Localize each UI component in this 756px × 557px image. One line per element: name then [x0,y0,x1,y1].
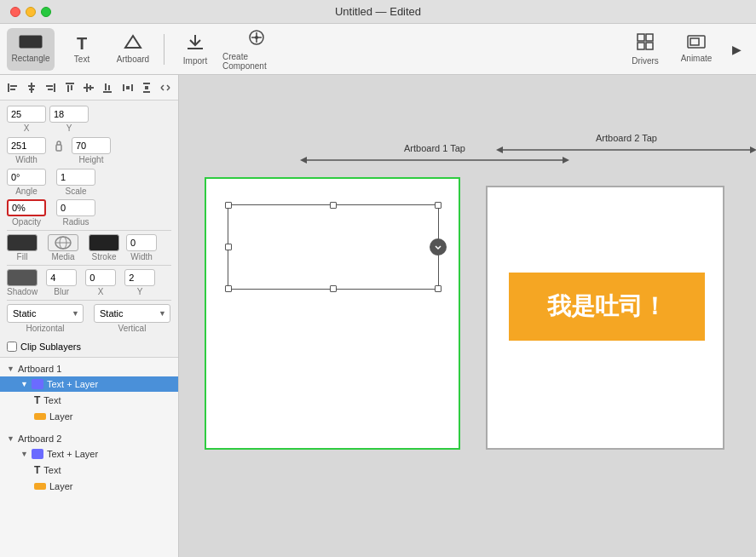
artboard2-label: Artboard 2 [18,434,61,444]
layer-text-2[interactable]: T Text [0,462,178,479]
import-icon [186,32,205,54]
svg-rect-18 [28,85,35,87]
angle-input[interactable]: 0° [7,169,46,186]
distribute-h-btn[interactable] [118,78,136,97]
tool-create-component[interactable]: Create Component [222,28,291,71]
align-bottom-btn[interactable] [99,78,117,97]
width-col: 251 Width [7,137,46,164]
svg-marker-1 [125,36,141,48]
shadow-y-label: Y [137,287,143,296]
tool-artboard-label: Artboard [117,55,149,64]
align-left-btn[interactable] [3,78,21,97]
hv-row: Static ▼ Horizontal Static ▼ Vertical [7,304,171,333]
tool-animate[interactable]: Animate [672,28,720,71]
fill-swatch[interactable] [7,234,38,251]
svg-rect-37 [145,86,148,89]
svg-rect-34 [126,86,130,89]
artboard2-box[interactable]: 我是吐司！ [486,186,724,450]
vertical-dropdown[interactable]: Static ▼ [94,304,170,323]
scale-input[interactable]: 1 [56,169,95,186]
width-input[interactable]: 251 [7,137,46,154]
vertical-dropdown-arrow: ▼ [159,309,166,318]
layer-layer-1[interactable]: Layer [0,409,178,424]
svg-rect-30 [105,83,107,90]
align-right-btn[interactable] [42,78,60,97]
layer-layer-2[interactable]: Layer [0,479,178,494]
svg-line-41 [167,88,170,90]
handle-top-right[interactable] [435,202,441,209]
opacity-label: Opacity [12,217,41,227]
tool-more[interactable]: ▶ [724,28,749,71]
svg-line-39 [161,88,164,90]
shadow-label: Shadow [7,287,38,296]
layer-text-plus-layer-1[interactable]: ▼ Text + Layer [0,376,178,392]
stroke-width-input[interactable] [126,234,157,251]
svg-rect-15 [10,85,17,87]
svg-marker-48 [563,157,569,164]
y-input[interactable]: 18 [49,106,89,123]
horizontal-dropdown-arrow: ▼ [72,309,79,318]
tool-rectangle[interactable]: Rectangle [7,28,55,71]
artboard1-box[interactable] [205,177,460,450]
tool-create-component-label: Create Component [222,52,291,71]
media-swatch[interactable] [48,234,78,251]
blur-input[interactable] [46,269,77,286]
opacity-input[interactable]: 0% [7,199,46,216]
artboard1-header[interactable]: ▼ Artboard 1 [0,361,178,376]
handle-middle-left[interactable] [225,244,232,250]
shadow-x-input[interactable] [85,269,116,286]
svg-rect-33 [131,84,133,91]
radius-input[interactable]: 0 [56,199,95,216]
stroke-swatch[interactable] [89,234,119,251]
canvas-area[interactable]: Artboard 1 Tap Artboard 2 Tap [179,75,756,557]
artboard-icon [124,34,142,52]
handle-top-center[interactable] [330,202,337,209]
handle-bottom-center[interactable] [330,285,337,292]
svg-marker-51 [750,146,756,153]
svg-rect-29 [103,91,112,93]
svg-rect-36 [143,91,150,93]
svg-rect-21 [46,85,53,87]
media-col: Media [48,234,78,261]
svg-rect-25 [71,85,72,90]
folder-icon-1 [32,379,43,389]
maximize-button[interactable] [41,7,51,17]
tool-text[interactable]: T Text [58,28,106,71]
tool-import[interactable]: Import [171,28,219,71]
handle-top-left[interactable] [225,202,232,209]
handle-bottom-right[interactable] [435,285,441,292]
svg-rect-17 [31,83,32,93]
artboard1-label: Artboard 1 [18,364,61,374]
layer-text-plus-layer-2[interactable]: ▼ Text + Layer [0,446,178,462]
vertical-label: Vertical [118,324,147,333]
handle-bottom-left[interactable] [225,285,232,292]
stroke-col: Stroke [89,234,119,261]
clip-sublayers-checkbox[interactable] [7,342,17,352]
padding-btn[interactable] [157,78,175,97]
shadow-swatch[interactable] [7,269,38,286]
tool-drivers[interactable]: Drivers [621,28,669,71]
align-top-btn[interactable] [61,78,78,97]
xy-row: 25 X 18 Y [7,106,171,133]
x-input[interactable]: 25 [7,106,46,123]
horizontal-dropdown[interactable]: Static ▼ [7,304,84,323]
close-button[interactable] [10,7,20,17]
svg-point-7 [255,36,258,39]
lock-aspect-btn[interactable] [49,136,68,155]
shadow-y-input[interactable] [124,269,155,286]
tool-artboard[interactable]: Artboard [109,28,157,71]
angle-label: Angle [15,187,38,196]
artboard2-header[interactable]: ▼ Artboard 2 [0,431,178,446]
layer-text-1[interactable]: T Text [0,392,178,409]
align-center-v-btn[interactable] [79,78,97,97]
svg-rect-13 [690,38,699,45]
shadow-y-col: Y [124,269,155,296]
shadow-x-col: X [85,269,116,296]
width-label: Width [15,155,38,164]
align-center-h-btn[interactable] [22,78,40,97]
text-icon-1: T [34,394,40,406]
distribute-v-btn[interactable] [137,78,155,97]
scroll-indicator [430,238,447,256]
minimize-button[interactable] [26,7,36,17]
height-input[interactable]: 70 [72,137,111,154]
